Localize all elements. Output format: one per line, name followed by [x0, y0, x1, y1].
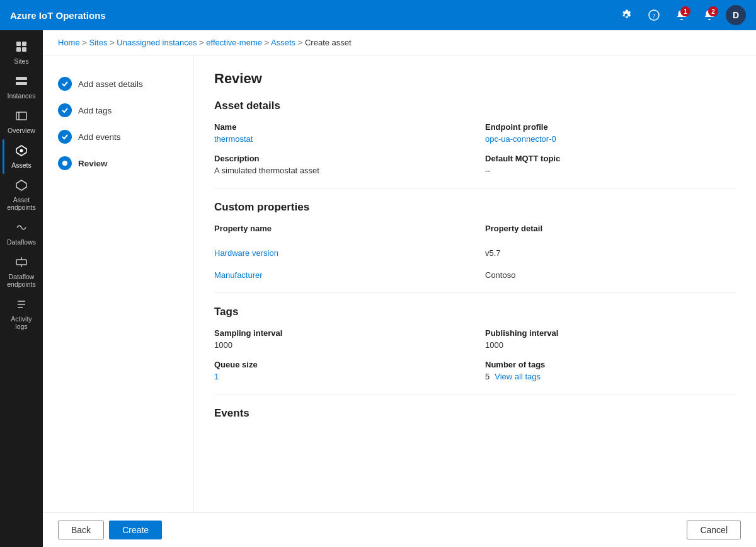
- user-avatar[interactable]: D: [726, 5, 746, 25]
- sampling-interval-value: 1000: [214, 340, 465, 350]
- sidebar-label-sites: Sites: [14, 57, 28, 65]
- sidebar-item-asset-endpoints[interactable]: Asset endpoints: [3, 174, 40, 216]
- breadcrumb: Home > Sites > Unassigned instances > ef…: [43, 30, 756, 55]
- app-title: Azure IoT Operations: [10, 10, 615, 21]
- asset-details-grid: Name thermostat Endpoint profile opc-ua-…: [214, 122, 736, 175]
- custom-props-header: Property name Property detail: [214, 224, 736, 236]
- breadcrumb-effective-meme[interactable]: effective-meme: [206, 38, 262, 47]
- notification1-button[interactable]: 1: [670, 4, 693, 26]
- property-name-header: Property name: [214, 224, 465, 233]
- sidebar: Sites Instances Overview Assets Asset en…: [0, 30, 43, 547]
- sidebar-item-assets[interactable]: Assets: [3, 139, 40, 174]
- hw-version-name: Hardware version: [214, 248, 465, 258]
- breadcrumb-sep2: >: [110, 38, 117, 47]
- svg-marker-12: [16, 180, 26, 190]
- svg-rect-13: [16, 260, 26, 265]
- sites-icon: [15, 40, 28, 55]
- content-wrapper: Add asset details Add tags Add events: [43, 55, 756, 547]
- breadcrumb-home[interactable]: Home: [58, 38, 80, 47]
- breadcrumb-sites[interactable]: Sites: [89, 38, 108, 47]
- publishing-interval-value: 1000: [485, 340, 736, 350]
- endpoint-profile-label: Endpoint profile: [485, 122, 736, 132]
- sidebar-label-instances: Instances: [8, 92, 36, 100]
- sidebar-label-overview: Overview: [8, 127, 35, 134]
- step-circle-4: [58, 156, 72, 170]
- cancel-button[interactable]: Cancel: [687, 521, 741, 539]
- number-of-tags-label: Number of tags: [485, 360, 736, 369]
- number-of-tags-item: Number of tags 5 View all tags: [485, 360, 736, 381]
- steps-panel: Add asset details Add tags Add events: [43, 55, 194, 547]
- step-add-tags[interactable]: Add tags: [53, 97, 183, 124]
- breadcrumb-sep3: >: [199, 38, 206, 47]
- breadcrumb-assets[interactable]: Assets: [271, 38, 295, 47]
- review-title: Review: [214, 71, 736, 87]
- sidebar-item-dataflows[interactable]: Dataflows: [3, 216, 40, 251]
- assets-icon: [15, 144, 28, 159]
- sidebar-label-asset-endpoints: Asset endpoints: [5, 196, 38, 211]
- sidebar-label-dataflow-endpoints: Dataflow endpoints: [5, 273, 38, 288]
- custom-props-title: Custom properties: [214, 201, 736, 214]
- description-label: Description: [214, 154, 465, 163]
- svg-rect-5: [22, 47, 26, 52]
- breadcrumb-sep4: >: [265, 38, 272, 47]
- name-item: Name thermostat: [214, 122, 465, 144]
- notification1-badge: 1: [680, 6, 690, 16]
- breadcrumb-current: Create asset: [305, 38, 352, 47]
- divider-2: [214, 292, 736, 293]
- svg-rect-7: [16, 82, 27, 85]
- endpoint-profile-value: opc-ua-connector-0: [485, 134, 736, 144]
- overview-icon: [15, 110, 28, 124]
- tags-count-row: 5 View all tags: [485, 372, 736, 381]
- instances-icon: [15, 75, 28, 89]
- activity-logs-icon: [15, 298, 28, 313]
- mqtt-topic-item: Default MQTT topic --: [485, 154, 736, 175]
- top-nav: Azure IoT Operations ? 1 2 D: [0, 0, 756, 30]
- step-add-asset-details[interactable]: Add asset details: [53, 71, 183, 97]
- publishing-interval-label: Publishing interval: [485, 328, 736, 338]
- queue-size-value: 1: [214, 372, 465, 381]
- mqtt-topic-label: Default MQTT topic: [485, 154, 736, 163]
- name-label: Name: [214, 122, 465, 132]
- sidebar-item-sites[interactable]: Sites: [3, 35, 40, 70]
- help-button[interactable]: ?: [643, 4, 665, 26]
- svg-rect-3: [22, 42, 26, 46]
- description-value: A simulated thermostat asset: [214, 166, 465, 175]
- dataflows-icon: [15, 221, 28, 236]
- tags-title: Tags: [214, 306, 736, 318]
- hw-version-value: v5.7: [485, 248, 736, 258]
- step-review[interactable]: Review: [53, 150, 183, 176]
- sidebar-item-activity-logs[interactable]: Activity logs: [3, 293, 40, 335]
- asset-details-title: Asset details: [214, 100, 736, 112]
- sidebar-item-instances[interactable]: Instances: [3, 70, 40, 105]
- queue-size-label: Queue size: [214, 360, 465, 369]
- svg-rect-4: [16, 47, 21, 52]
- mqtt-topic-value: --: [485, 166, 736, 175]
- create-button[interactable]: Create: [109, 521, 162, 539]
- main-area: Home > Sites > Unassigned instances > ef…: [43, 30, 756, 547]
- step-label-3: Add events: [78, 132, 121, 142]
- settings-button[interactable]: [615, 4, 638, 26]
- breadcrumb-sep1: >: [82, 38, 89, 47]
- queue-size-item: Queue size 1: [214, 360, 465, 381]
- sidebar-item-dataflow-endpoints[interactable]: Dataflow endpoints: [3, 251, 40, 293]
- step-add-events[interactable]: Add events: [53, 124, 183, 150]
- review-panel[interactable]: Review Asset details Name thermostat End…: [194, 55, 756, 547]
- sidebar-label-assets: Assets: [11, 161, 32, 169]
- breadcrumb-unassigned[interactable]: Unassigned instances: [117, 38, 197, 47]
- endpoint-profile-item: Endpoint profile opc-ua-connector-0: [485, 122, 736, 144]
- number-of-tags-value: 5: [485, 372, 490, 381]
- step-circle-1: [58, 77, 72, 91]
- events-title: Events: [214, 407, 736, 420]
- svg-rect-2: [16, 42, 21, 46]
- sidebar-item-overview[interactable]: Overview: [3, 105, 40, 139]
- publishing-interval-item: Publishing interval 1000: [485, 328, 736, 350]
- notification2-button[interactable]: 2: [698, 4, 721, 26]
- sidebar-label-activity-logs: Activity logs: [5, 315, 38, 330]
- svg-text:?: ?: [653, 12, 656, 20]
- view-all-tags-link[interactable]: View all tags: [495, 372, 541, 381]
- tags-grid: Sampling interval 1000 Publishing interv…: [214, 328, 736, 381]
- app-body: Sites Instances Overview Assets Asset en…: [0, 30, 756, 547]
- step-label-1: Add asset details: [78, 79, 143, 89]
- back-button[interactable]: Back: [58, 521, 104, 539]
- dataflow-endpoints-icon: [15, 256, 28, 270]
